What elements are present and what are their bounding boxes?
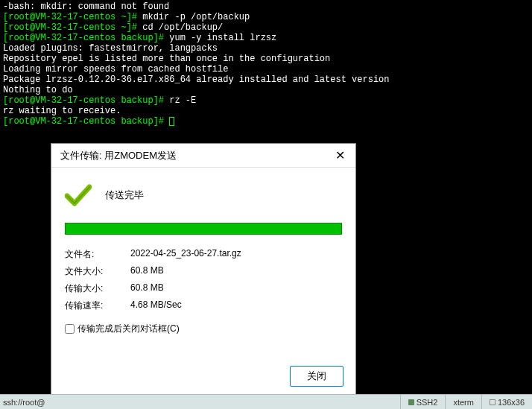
table-row: 文件名: 2022-04-25_23-06-27.tar.gz (65, 248, 342, 261)
progress-bar (65, 223, 342, 235)
filename-label: 文件名: (65, 248, 130, 261)
table-row: 传输大小: 60.8 MB (65, 282, 342, 295)
dialog-title-text: 文件传输: 用ZMODEM发送 (60, 149, 177, 162)
close-after-checkbox-row[interactable]: 传输完成后关闭对话框(C) (65, 323, 342, 335)
filename-value: 2022-04-25_23-06-27.tar.gz (130, 248, 342, 261)
dimensions-icon (490, 399, 495, 405)
close-icon[interactable]: ✕ (332, 148, 348, 162)
table-row: 文件大小: 60.8 MB (65, 265, 342, 278)
filesize-label: 文件大小: (65, 265, 130, 278)
checkbox-label: 传输完成后关闭对话框(C) (77, 323, 180, 335)
statusbar-size: 136x36 (481, 395, 532, 409)
filesize-value: 60.8 MB (130, 265, 342, 278)
status-text: 传送完毕 (105, 188, 144, 202)
terminal-size-label: 136x36 (498, 398, 525, 407)
checkmark-icon (65, 184, 92, 206)
ssh-protocol-label: SSH2 (417, 398, 438, 407)
table-row: 传输速率: 4.68 MB/Sec (65, 299, 342, 312)
statusbar-ssh: SSH2 (400, 395, 446, 409)
terminal-output: -bash: mkdir: command not found[root@VM-… (0, 0, 532, 128)
statusbar-term: xterm (445, 395, 481, 409)
status-bar: ssh://root@ SSH2 xterm 136x36 (0, 394, 532, 409)
dialog-footer: 关闭 (290, 366, 343, 387)
transfer-status-row: 传送完毕 (65, 184, 342, 206)
transfer-info-table: 文件名: 2022-04-25_23-06-27.tar.gz 文件大小: 60… (65, 248, 342, 312)
speed-label: 传输速率: (65, 299, 130, 312)
close-after-checkbox[interactable] (65, 324, 75, 334)
transfer-label: 传输大小: (65, 282, 130, 295)
dialog-body: 传送完毕 文件名: 2022-04-25_23-06-27.tar.gz 文件大… (51, 168, 355, 343)
transfer-value: 60.8 MB (130, 282, 342, 295)
dialog-titlebar: 文件传输: 用ZMODEM发送 ✕ (51, 144, 355, 168)
statusbar-path: ssh://root@ (0, 398, 400, 407)
close-button[interactable]: 关闭 (290, 366, 343, 387)
speed-value: 4.68 MB/Sec (130, 299, 342, 312)
lock-icon (408, 399, 414, 405)
file-transfer-dialog: 文件传输: 用ZMODEM发送 ✕ 传送完毕 文件名: 2022-04-25_2… (51, 143, 356, 395)
